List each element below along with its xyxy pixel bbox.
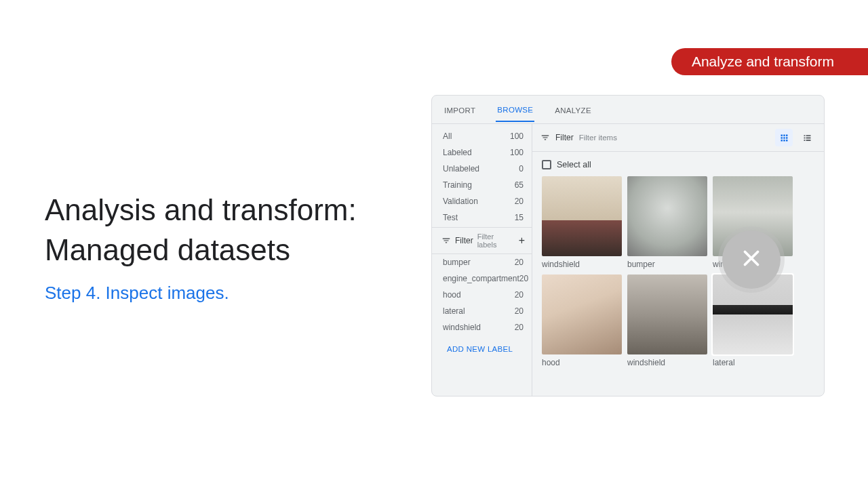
label-windshield[interactable]: windshield20 [432,319,532,336]
filter-icon [441,236,451,245]
select-all-checkbox[interactable] [542,160,551,169]
image-card[interactable]: hood [542,274,622,367]
image-card[interactable]: bumper [627,176,707,269]
add-label-icon[interactable]: + [519,235,525,247]
tabs: IMPORT BROWSE ANALYZE [432,96,824,124]
sidebar-subset-validation[interactable]: Validation20 [432,193,532,209]
grid-view-button[interactable] [775,129,793,146]
filter-label: Filter [455,236,473,245]
image-label: bumper [627,260,707,269]
label-lateral[interactable]: lateral20 [432,303,532,319]
tab-analyze[interactable]: ANALYZE [553,98,593,121]
image-card[interactable]: windshield [627,274,707,367]
label-bumper[interactable]: bumper20 [432,254,532,270]
label-filter-bar: Filter Filter labels + [432,227,532,254]
close-icon [738,245,764,274]
image-label: windshield [627,358,707,367]
image-thumbnail[interactable] [627,274,707,354]
page-title: Analysis and transform: Managed datasets [45,190,411,270]
section-tag: Analyze and transform [671,48,868,75]
image-label: lateral [713,358,793,367]
items-toolbar: Filter Filter items [532,124,824,152]
image-label: hood [542,358,622,367]
tab-browse[interactable]: BROWSE [496,98,534,122]
sidebar: All100 Labeled100 Unlabeled0 Training65 … [432,124,532,396]
select-all-row: Select all [532,152,824,169]
image-thumbnail[interactable] [542,176,622,256]
image-thumbnail[interactable] [627,176,707,256]
add-new-label-button[interactable]: ADD NEW LABEL [432,336,532,353]
label-engine-compartment[interactable]: engine_compartment20 [432,270,532,287]
title-block: Analysis and transform: Managed datasets… [45,190,411,304]
sidebar-subset-test[interactable]: Test15 [432,209,532,226]
step-label: Step 4. Inspect images. [45,283,411,304]
sidebar-subset-training[interactable]: Training65 [432,177,532,193]
tab-import[interactable]: IMPORT [443,98,477,121]
sidebar-subset-labeled[interactable]: Labeled100 [432,144,532,161]
select-all-label: Select all [557,160,591,169]
image-label: windshield [542,260,622,269]
sidebar-subset-all[interactable]: All100 [432,128,532,144]
filter-items-input[interactable]: Filter items [579,134,770,142]
image-card[interactable]: windshield [542,176,622,269]
filter-labels-input[interactable]: Filter labels [477,232,515,249]
sidebar-subset-unlabeled[interactable]: Unlabeled0 [432,161,532,177]
image-thumbnail[interactable] [542,274,622,354]
image-grid: windshield bumper windshield hood windsh… [532,169,824,374]
list-view-button[interactable] [798,129,816,146]
label-hood[interactable]: hood20 [432,287,532,303]
close-overlay-button[interactable] [722,230,781,289]
filter-label: Filter [555,133,574,142]
filter-icon [540,133,550,142]
